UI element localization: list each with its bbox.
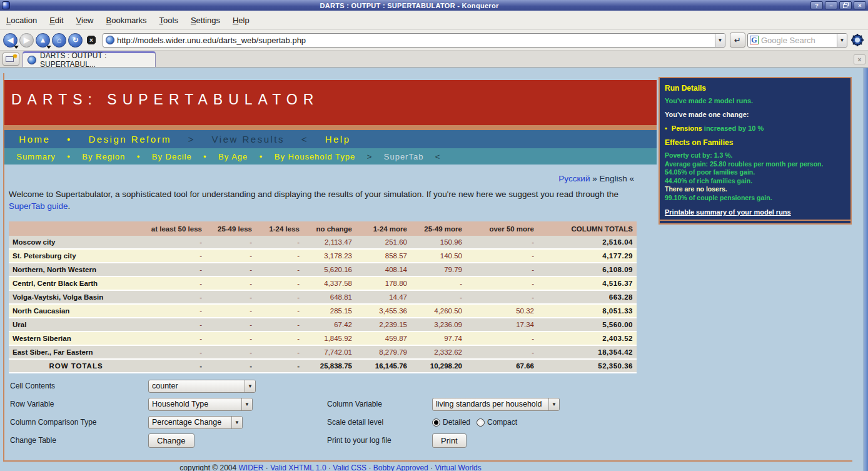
form-label-print-to-your-log-file: Print to your log file (327, 436, 432, 445)
window-help-button[interactable]: ? (810, 1, 823, 9)
cell-value: - (206, 249, 256, 263)
row-total: 6,108.09 (538, 263, 637, 276)
konqueror-gear-icon[interactable] (849, 33, 865, 48)
window-maximize-button[interactable] (839, 1, 852, 9)
subnav-by-household-type[interactable]: By Household Type (269, 152, 361, 161)
footer-text: · (428, 463, 435, 471)
cell-value: - (466, 332, 538, 345)
cell-value: - (143, 345, 206, 359)
tab-label: DARTS : OUTPUT : SUPERTABUL... (40, 51, 151, 69)
subnav-by-age[interactable]: By Age (213, 152, 254, 161)
radio-option-compact[interactable]: Compact (477, 418, 517, 427)
subnav-by-region[interactable]: By Region (76, 152, 131, 161)
subnav-separator: • (61, 152, 76, 161)
footer-link-bobby-approved[interactable]: Bobby Approved (373, 463, 428, 471)
table-row-western-siberian: Western Siberian---1,845.92459.8797.74-2… (9, 332, 637, 345)
cell-value: - (206, 263, 256, 276)
close-tab-button[interactable]: × (854, 54, 865, 64)
new-tab-button[interactable]: ✱ (3, 53, 19, 66)
select-value: living standards per household (433, 400, 548, 408)
menu-settings[interactable]: Settings (191, 16, 220, 25)
change-button[interactable]: Change (148, 433, 194, 448)
column-header-25-49-less: 25-49 less (206, 221, 256, 236)
language-link-russian[interactable]: Русский (558, 174, 590, 183)
back-button[interactable]: ◀ (3, 33, 18, 48)
subnav-summary[interactable]: Summary (11, 152, 61, 161)
cell-value: 97.74 (411, 332, 466, 345)
form-label-row-variable: Row Variable (10, 400, 148, 408)
print-button[interactable]: Print (432, 433, 467, 448)
row-total: 2,403.52 (538, 332, 637, 345)
sidebar-bullet-text: Pensions (672, 124, 702, 132)
form-row-change-table: Change TableChange (10, 432, 256, 450)
sidebar-line: 54.05% of poor families gain. (665, 168, 845, 176)
dropdown-arrow-icon[interactable]: ▼ (241, 398, 252, 410)
cell-value: 858.57 (356, 249, 411, 263)
menu-location[interactable]: Location (6, 16, 37, 25)
vertical-scrollbar[interactable] (864, 68, 868, 471)
footer-text: · (326, 463, 333, 471)
new-sparkle-icon: ✱ (13, 53, 18, 59)
cell-value: 7,742.01 (303, 345, 356, 359)
footer-link-valid-css[interactable]: Valid CSS (333, 463, 366, 471)
subnav-by-decile[interactable]: By Decile (146, 152, 198, 161)
run-details-sidebar: Run DetailsYou've made 2 model runs.You'… (659, 77, 852, 222)
table-row-ural: Ural---67.422,239.153,236.0917.345,560.0… (9, 318, 637, 332)
dropdown-arrow-icon[interactable]: ▼ (231, 417, 242, 428)
page-viewport: DARTS: SUPERTABULATOR Home • Design Refo… (0, 68, 868, 471)
footer-link-valid-xhtml-1-0[interactable]: Valid XHTML 1.0 (270, 463, 326, 471)
supertab-guide-link[interactable]: SuperTab guide (9, 201, 68, 211)
site-banner: DARTS: SUPERTABULATOR (4, 80, 657, 125)
dropdown-arrow-icon[interactable]: ▼ (245, 380, 255, 392)
footer-link-wider[interactable]: WIDER (239, 463, 264, 471)
footer-link-virtual-worlds[interactable]: Virtual Worlds (435, 463, 481, 471)
cell-value: 14.47 (356, 290, 411, 304)
nav-home[interactable]: Home (11, 134, 59, 144)
column-header-column-totals: COLUMN TOTALS (538, 221, 637, 236)
search-input[interactable] (759, 36, 837, 45)
sidebar-line: Average gain: 25.80 roubles per month pe… (665, 160, 845, 168)
window-minimize-button[interactable]: – (825, 1, 837, 9)
radio-option-detailed[interactable]: Detailed (432, 418, 470, 427)
radio-label-detailed: Detailed (443, 418, 470, 427)
radio-compact[interactable] (477, 418, 485, 427)
tab-darts-output[interactable]: DARTS : OUTPUT : SUPERTABUL... (23, 51, 156, 67)
nav-separator: > (179, 134, 203, 144)
printable-summary-link[interactable]: Printable summary of your model runs (665, 208, 845, 216)
menu-view[interactable]: View (76, 16, 94, 25)
totals-value: - (256, 359, 303, 373)
menu-bookmarks[interactable]: Bookmarks (106, 16, 147, 25)
form-row-row-variable: Row VariableHousehold Type▼ (10, 395, 256, 413)
row-total: 5,560.00 (538, 318, 637, 332)
menu-help[interactable]: Help (233, 16, 250, 25)
cell-value: 17.34 (466, 318, 538, 332)
nav-help[interactable]: Help (316, 134, 359, 144)
dropdown-arrow-icon[interactable]: ▼ (548, 398, 559, 410)
select-column-variable[interactable]: living standards per household▼ (432, 398, 560, 411)
table-row-north-caucasian: North Caucasian---285.153,455.364,260.50… (9, 304, 637, 318)
forward-button[interactable]: ▶ (19, 33, 34, 48)
url-input[interactable] (114, 36, 715, 45)
stop-button[interactable]: × (84, 33, 98, 47)
cell-value: 79.79 (411, 263, 466, 276)
form-row-cell-contents: Cell Contentscounter▼ (10, 377, 256, 395)
menu-tools[interactable]: Tools (159, 16, 178, 25)
radio-detailed[interactable] (432, 418, 440, 427)
home-button[interactable]: ⌂ (52, 33, 66, 48)
google-icon[interactable]: G (750, 36, 759, 44)
select-row-variable[interactable]: Household Type▼ (148, 398, 253, 411)
url-dropdown-arrow-icon[interactable]: ▼ (715, 34, 725, 47)
select-cell-contents[interactable]: counter▼ (148, 380, 256, 393)
cell-value: 8,279.79 (356, 345, 411, 359)
nav-design-reform[interactable]: Design Reform (80, 134, 179, 144)
go-button[interactable]: ↵ (730, 33, 745, 48)
select-column-comparison-type[interactable]: Percentage Change▼ (148, 416, 243, 429)
cell-value: - (143, 236, 206, 249)
window-close-button[interactable]: × (854, 1, 866, 9)
menu-edit[interactable]: Edit (49, 16, 63, 25)
up-button[interactable]: ▲ (36, 33, 50, 48)
cell-value: - (206, 332, 256, 345)
reload-button[interactable]: ↻ (68, 33, 83, 48)
search-engine-dropdown-icon[interactable]: ▼ (837, 34, 847, 47)
row-label: St. Petersburg city (9, 249, 143, 263)
